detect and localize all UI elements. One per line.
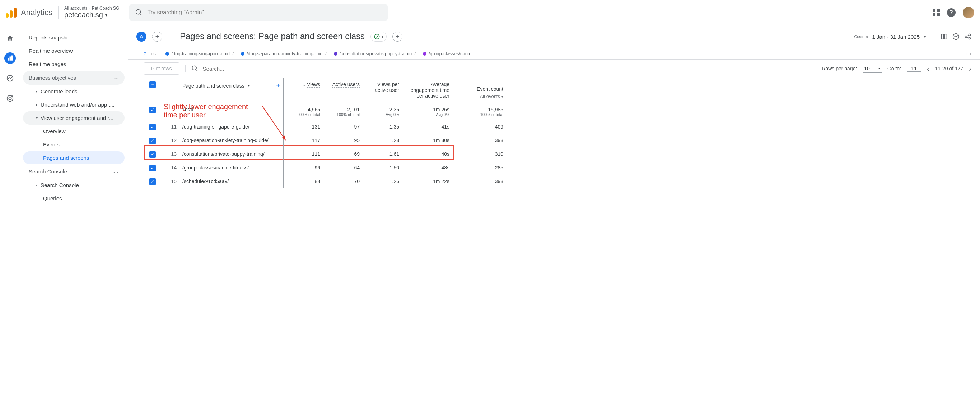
col-avg-engagement[interactable]: Average engagement time per active user xyxy=(402,78,452,103)
legend-item[interactable]: /consultations/private-puppy-training/ xyxy=(334,51,416,56)
row-path[interactable]: /consultations/private-puppy-training/ xyxy=(180,148,283,161)
row-vpu: 1.35 xyxy=(363,120,402,134)
row-event-count: 393 xyxy=(452,134,506,148)
sidebar-realtime-overview[interactable]: Realtime overview xyxy=(23,44,124,57)
apps-grid-icon[interactable] xyxy=(932,9,940,16)
breadcrumb-account: Pet Coach SG xyxy=(92,6,119,11)
search-input[interactable] xyxy=(147,10,382,16)
page-prev-icon[interactable]: ‹ xyxy=(927,65,929,73)
svg-rect-3 xyxy=(10,57,11,61)
row-event-count: 285 xyxy=(452,161,506,175)
svg-line-15 xyxy=(967,35,969,36)
audience-badge[interactable]: A xyxy=(137,32,146,41)
search-icon xyxy=(135,9,143,16)
total-row-checkbox[interactable] xyxy=(143,103,162,120)
report-title: Pages and screens: Page path and screen … xyxy=(180,31,365,42)
row-aet: 1m 30s xyxy=(402,134,452,148)
legend-item[interactable]: /group-classes/canin xyxy=(423,51,471,56)
row-path[interactable]: /schedule/91cd5aa9/ xyxy=(180,175,283,189)
chart-legend: Total /dog-training-singapore-guide//dog… xyxy=(128,48,980,59)
chevron-right-icon: › xyxy=(89,6,91,11)
svg-line-16 xyxy=(967,37,969,38)
plot-rows-button[interactable]: Plot rows xyxy=(143,62,180,75)
sidebar-search-console[interactable]: ▾Search Console xyxy=(23,178,124,192)
row-index: 15 xyxy=(162,175,180,189)
sidebar-understand-web[interactable]: ▸Understand web and/or app t... xyxy=(23,98,124,111)
app-header: Analytics All accounts › Pet Coach SG pe… xyxy=(0,0,980,25)
logo-text: Analytics xyxy=(21,8,52,17)
breadcrumb-all-accounts: All accounts xyxy=(64,6,88,11)
svg-rect-4 xyxy=(11,56,13,61)
sidebar-events[interactable]: Events xyxy=(23,138,124,151)
svg-line-18 xyxy=(196,70,197,71)
home-icon[interactable] xyxy=(4,32,16,44)
row-path[interactable]: /dog-training-singapore-guide/ xyxy=(180,120,283,134)
date-preset-label: Custom xyxy=(854,35,868,39)
svg-point-13 xyxy=(969,34,970,36)
sidebar-section-label: Search Console xyxy=(29,168,67,175)
date-range-picker[interactable]: 1 Jan - 31 Jan 2025 xyxy=(872,34,920,40)
row-checkbox[interactable] xyxy=(143,148,162,161)
explore-icon[interactable] xyxy=(4,73,16,84)
col-views-per-user[interactable]: Views per active user xyxy=(363,78,402,103)
sidebar-queries[interactable]: Queries xyxy=(23,192,124,205)
user-avatar[interactable] xyxy=(963,7,974,18)
page-next-icon[interactable]: › xyxy=(969,65,971,73)
help-icon[interactable]: ? xyxy=(947,8,956,17)
compare-icon[interactable] xyxy=(940,33,948,40)
legend-item[interactable]: /dog-separation-anxiety-training-guide/ xyxy=(241,51,327,56)
table-search-input[interactable] xyxy=(203,66,271,72)
reports-icon[interactable] xyxy=(4,52,16,64)
sidebar-view-engagement[interactable]: ▾View user engagement and r... xyxy=(23,111,124,125)
rows-per-page-select[interactable]: 10 ▾ xyxy=(862,65,881,73)
sidebar-search-console-section[interactable]: Search Console ︿ xyxy=(23,164,124,178)
sidebar-realtime-pages[interactable]: Realtime pages xyxy=(23,57,124,71)
svg-line-1 xyxy=(140,13,142,15)
row-active-users: 69 xyxy=(323,148,363,161)
row-active-users: 64 xyxy=(323,161,363,175)
advertising-icon[interactable] xyxy=(4,93,16,104)
legend-dot-icon xyxy=(423,52,426,56)
account-switcher[interactable]: All accounts › Pet Coach SG petcoach.sg … xyxy=(58,6,119,19)
status-pill[interactable]: ▾ xyxy=(371,32,387,41)
report-content: A + Pages and screens: Page path and scr… xyxy=(128,25,980,410)
legend-prev-icon[interactable]: ‹ xyxy=(965,51,967,56)
legend-item[interactable]: /dog-training-singapore-guide/ xyxy=(165,51,233,56)
sidebar-reports-snapshot[interactable]: Reports snapshot xyxy=(23,31,124,44)
table-search[interactable] xyxy=(185,65,816,72)
legend-total[interactable]: Total xyxy=(143,51,158,56)
share-icon[interactable] xyxy=(964,33,971,40)
row-index: 11 xyxy=(162,120,180,134)
search-box[interactable] xyxy=(129,4,388,21)
row-vpu: 1.61 xyxy=(363,148,402,161)
row-checkbox[interactable] xyxy=(143,161,162,175)
caret-right-icon: ▸ xyxy=(36,89,38,93)
sidebar-generate-leads[interactable]: ▸Generate leads xyxy=(23,85,124,98)
sidebar-business-objectives[interactable]: Business objectives ︿ xyxy=(23,71,124,85)
col-active-users[interactable]: Active users xyxy=(323,78,363,103)
add-dimension-icon[interactable]: + xyxy=(276,81,280,90)
analytics-logo-icon xyxy=(6,8,16,17)
col-event-count[interactable]: Event count All events▾ xyxy=(452,78,506,103)
add-comparison-button[interactable]: + xyxy=(152,32,162,41)
select-all-checkbox[interactable] xyxy=(143,78,162,103)
goto-input[interactable] xyxy=(907,66,921,72)
row-path[interactable]: /group-classes/canine-fitness/ xyxy=(180,161,283,175)
add-button[interactable]: + xyxy=(392,32,402,41)
row-views: 131 xyxy=(283,120,323,134)
insights-icon[interactable] xyxy=(952,33,960,41)
dimension-header[interactable]: Page path and screen class ▾ + xyxy=(180,78,283,103)
sidebar-overview[interactable]: Overview xyxy=(23,125,124,138)
dropdown-caret-icon: ▾ xyxy=(248,84,250,87)
svg-point-7 xyxy=(9,97,11,99)
row-active-users: 70 xyxy=(323,175,363,189)
row-checkbox[interactable] xyxy=(143,175,162,189)
row-path[interactable]: /dog-separation-anxiety-training-guide/ xyxy=(180,134,283,148)
table-toolbar: Plot rows Rows per page: 10 ▾ Go to: ‹ 1… xyxy=(128,59,980,78)
total-views: 4,96500% of total xyxy=(283,103,323,120)
legend-next-icon[interactable]: › xyxy=(970,51,971,56)
row-checkbox[interactable] xyxy=(143,134,162,148)
col-views[interactable]: ↓Views xyxy=(283,78,323,103)
row-checkbox[interactable] xyxy=(143,120,162,134)
sidebar-pages-screens[interactable]: Pages and screens xyxy=(23,151,124,164)
